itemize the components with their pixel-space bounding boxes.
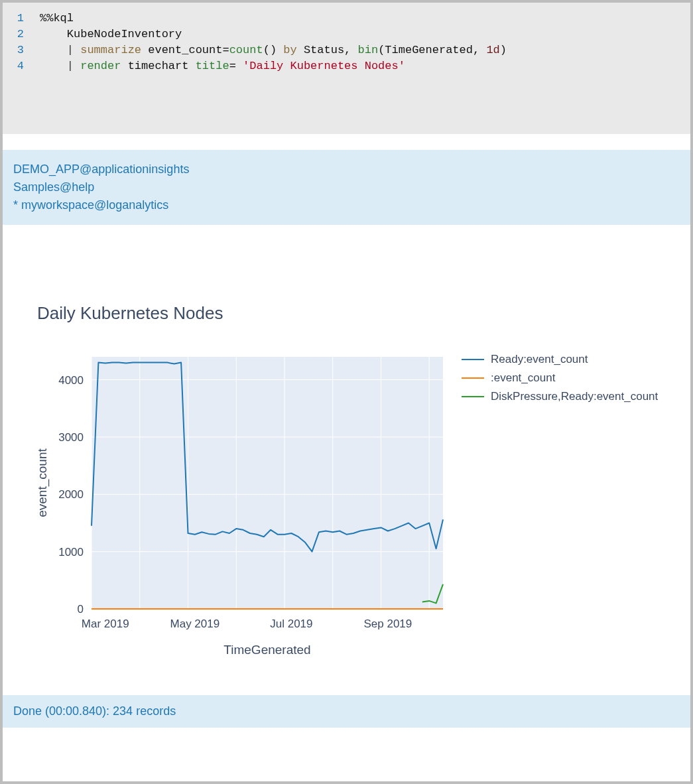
svg-text:event_count: event_count <box>35 448 50 517</box>
svg-text:1000: 1000 <box>58 546 84 558</box>
code-line-4: 4 | render timechart title= 'Daily Kuber… <box>13 58 680 74</box>
svg-text:Mar 2019: Mar 2019 <box>82 618 129 630</box>
output-area: Daily Kubernetes Nodes 01000200030004000… <box>3 225 690 695</box>
code-line-3: 3 | summarize event_count=count() by Sta… <box>13 42 680 58</box>
legend-item[interactable]: DiskPressure,Ready:event_count <box>462 390 658 403</box>
legend-swatch <box>462 396 484 397</box>
svg-text:2000: 2000 <box>58 488 84 501</box>
chart[interactable]: 01000200030004000Mar 2019May 2019Jul 201… <box>32 350 674 669</box>
legend-item[interactable]: Ready:event_count <box>462 353 658 366</box>
chart-svg[interactable]: 01000200030004000Mar 2019May 2019Jul 201… <box>32 350 450 669</box>
code-text: KubeNodeInventory <box>40 27 182 42</box>
code-line-1: 1 %%kql <box>13 11 680 27</box>
line-number: 3 <box>13 42 40 58</box>
legend-swatch <box>462 377 484 379</box>
svg-text:May 2019: May 2019 <box>170 618 220 630</box>
svg-rect-0 <box>92 357 443 609</box>
svg-text:TimeGenerated: TimeGenerated <box>223 643 310 657</box>
svg-text:3000: 3000 <box>58 431 84 444</box>
svg-text:0: 0 <box>78 603 84 616</box>
workspace-info-bar: DEMO_APP@applicationinsights Samples@hel… <box>3 150 690 225</box>
code-text: %%kql <box>40 11 74 27</box>
legend-swatch <box>462 359 484 360</box>
code-text: | render timechart title= 'Daily Kuberne… <box>40 58 405 74</box>
code-line-2: 2 KubeNodeInventory <box>13 27 680 42</box>
legend-label: DiskPressure,Ready:event_count <box>491 390 658 403</box>
svg-text:Jul 2019: Jul 2019 <box>270 618 312 630</box>
legend-label: :event_count <box>491 371 555 385</box>
legend-item[interactable]: :event_count <box>462 371 658 385</box>
code-cell[interactable]: 1 %%kql 2 KubeNodeInventory 3 | summariz… <box>3 3 690 134</box>
legend-label: Ready:event_count <box>491 353 588 366</box>
status-bar: Done (00:00.840): 234 records <box>3 695 690 728</box>
workspace-line[interactable]: DEMO_APP@applicationinsights <box>13 161 677 178</box>
line-number: 1 <box>13 11 40 27</box>
workspace-line[interactable]: * myworkspace@loganalytics <box>13 196 677 214</box>
line-number: 2 <box>13 27 40 42</box>
svg-text:Sep 2019: Sep 2019 <box>363 618 412 630</box>
code-text: | summarize event_count=count() by Statu… <box>40 42 507 58</box>
chart-title: Daily Kubernetes Nodes <box>37 303 674 324</box>
chart-legend[interactable]: Ready:event_count:event_countDiskPressur… <box>462 353 658 409</box>
svg-text:4000: 4000 <box>58 374 84 387</box>
workspace-line[interactable]: Samples@help <box>13 178 677 196</box>
line-number: 4 <box>13 58 40 74</box>
